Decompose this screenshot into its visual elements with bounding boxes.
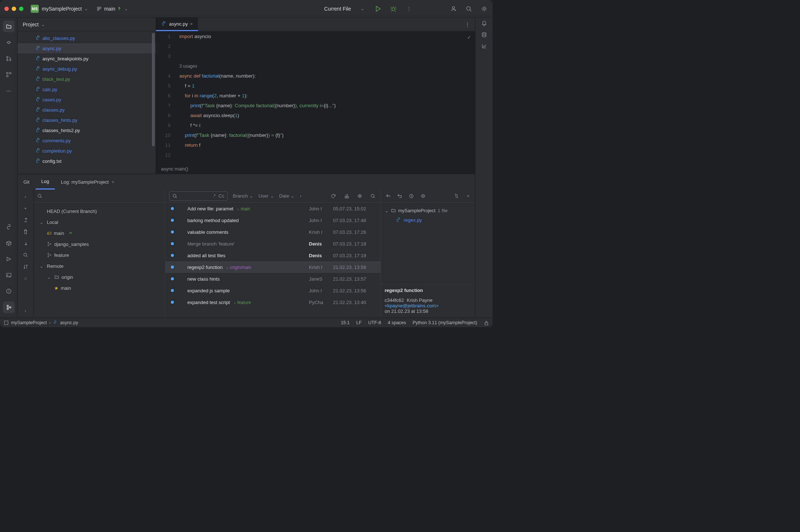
revert-icon[interactable] xyxy=(396,192,404,200)
pull-requests-button[interactable] xyxy=(3,53,15,64)
debug-button[interactable] xyxy=(389,5,397,13)
git-tool-button[interactable] xyxy=(3,301,15,313)
case-toggle[interactable]: Cc xyxy=(218,193,224,199)
git-update-icon[interactable] xyxy=(22,216,30,224)
project-name[interactable]: mySampleProject xyxy=(42,6,82,12)
git-tab-log[interactable]: Log xyxy=(35,174,55,190)
editor-tab-async[interactable]: async.py × xyxy=(156,18,198,31)
python-interpreter[interactable]: Python 3.11 (mySampleProject) xyxy=(413,320,477,325)
run-config-selector[interactable]: Current File xyxy=(324,6,351,12)
project-view-chevron-icon[interactable]: ⌄ xyxy=(41,22,45,27)
git-tab-git[interactable]: Git xyxy=(18,174,35,190)
python-packages-button[interactable] xyxy=(3,237,15,249)
tree-item[interactable]: async.py xyxy=(18,43,156,53)
remote-origin[interactable]: ⌄ origin xyxy=(34,271,165,282)
services-tool-button[interactable] xyxy=(3,253,15,265)
caret-position[interactable]: 15:1 xyxy=(341,320,349,325)
commit-row[interactable]: barking method updated John I 07.03.23, … xyxy=(165,214,381,226)
statusbar-project[interactable]: mySampleProject xyxy=(11,320,47,325)
preview-diff-icon[interactable] xyxy=(419,192,427,200)
cherry-pick-icon[interactable] xyxy=(343,192,351,200)
branch-main[interactable]: 🏷main xyxy=(34,228,165,239)
file-encoding[interactable]: UTF-8 xyxy=(368,320,381,325)
close-log-tab-icon[interactable]: × xyxy=(112,179,115,185)
problems-tool-button[interactable] xyxy=(3,285,15,297)
project-tool-button[interactable] xyxy=(3,20,15,32)
commit-row[interactable]: expanded test script ⬦ feature PyCha 21.… xyxy=(165,296,381,308)
tree-item[interactable]: async_debug.py xyxy=(18,64,156,74)
tree-item[interactable]: cases.py xyxy=(18,94,156,105)
indent-settings[interactable]: 4 spaces xyxy=(388,320,406,325)
code-with-me-icon[interactable] xyxy=(449,5,457,13)
commit-row[interactable]: Add new file: paramet ⬦ main John I 05.0… xyxy=(165,203,381,214)
editor-tabs-more-icon[interactable]: ⋮ xyxy=(460,18,475,31)
branch-filter[interactable]: Branch ⌄ xyxy=(233,193,253,199)
go-to-source-icon[interactable] xyxy=(384,192,392,200)
inspection-ok-icon[interactable]: ✓ xyxy=(467,34,471,40)
tree-item[interactable]: calc.py xyxy=(18,84,156,94)
commit-tool-button[interactable] xyxy=(3,37,15,48)
log-search-input[interactable]: .* Cc xyxy=(169,191,228,201)
search-everywhere-icon[interactable] xyxy=(465,5,473,13)
git-tab-log-project[interactable]: Log: mySampleProject × xyxy=(55,174,120,190)
commit-email[interactable]: <kpayne@jetbrains.com> xyxy=(385,303,439,308)
detail-folder-row[interactable]: ⌄ mySampleProject 1 file xyxy=(385,206,471,215)
commit-row[interactable]: new class hints JaneS 21.02.23, 13:57 xyxy=(165,273,381,285)
branch-feature[interactable]: feature xyxy=(34,250,165,261)
line-gutter[interactable]: 123456789101112 xyxy=(156,31,173,160)
commit-row[interactable]: regexp2 function ⬦ origin/main Krish I 2… xyxy=(165,261,381,273)
terminal-tool-button[interactable] xyxy=(3,269,15,281)
local-branches-group[interactable]: ⌄Local xyxy=(34,217,165,228)
tree-item[interactable]: async_breakpoints.py xyxy=(18,53,156,64)
tree-item[interactable]: comments.py xyxy=(18,135,156,146)
expand-all-icon[interactable]: ⇅ xyxy=(452,192,460,200)
run-button[interactable] xyxy=(374,5,382,13)
tree-item[interactable]: classes.py xyxy=(18,105,156,115)
usages-hint[interactable]: 3 usages xyxy=(179,64,197,69)
view-options-icon[interactable] xyxy=(356,192,364,200)
project-chevron-icon[interactable]: ⌄ xyxy=(84,6,88,11)
tree-item[interactable]: config.txt xyxy=(18,156,156,166)
git-favorite-icon[interactable]: ☆ xyxy=(22,274,30,282)
commit-row[interactable]: valuable comments Krish I 07.03.23, 17:2… xyxy=(165,226,381,238)
close-detail-icon[interactable]: × xyxy=(464,192,472,200)
python-console-button[interactable] xyxy=(3,221,15,233)
editor-breadcrumb[interactable]: async main() xyxy=(156,164,475,174)
tree-item[interactable]: black_test.py xyxy=(18,74,156,84)
tree-item[interactable]: classes_hints2.py xyxy=(18,125,156,135)
git-fetch-icon[interactable] xyxy=(22,239,30,247)
notifications-button[interactable] xyxy=(481,20,487,27)
editor-body[interactable]: 123456789101112 import asyncio 3 usages … xyxy=(156,31,475,164)
user-filter[interactable]: User ⌄ xyxy=(258,193,274,199)
project-tree[interactable]: abc_classes.pyasync.pyasync_breakpoints.… xyxy=(18,31,156,174)
branch-search-icon[interactable] xyxy=(37,194,42,199)
more-tools-icon[interactable]: ⋯ xyxy=(3,85,15,97)
settings-icon[interactable] xyxy=(480,5,488,13)
commit-log-list[interactable]: Add new file: paramet ⬦ main John I 05.0… xyxy=(165,203,381,318)
head-branch-item[interactable]: HEAD (Current Branch) xyxy=(34,206,165,217)
window-maximize[interactable] xyxy=(19,7,23,11)
detail-file-row[interactable]: regex.py xyxy=(385,215,471,225)
branch-django-samples[interactable]: django_samples xyxy=(34,239,165,250)
window-minimize[interactable] xyxy=(12,7,16,11)
branch-name[interactable]: main xyxy=(104,6,115,12)
date-filter[interactable]: Date ⌄ xyxy=(279,193,295,199)
git-find-icon[interactable] xyxy=(22,251,30,259)
more-actions-icon[interactable]: ⋮ xyxy=(405,5,413,13)
remote-main-branch[interactable]: ★main xyxy=(34,282,165,293)
commit-row[interactable]: expanded js sample John I 21.02.23, 13:5… xyxy=(165,285,381,296)
statusbar-file[interactable]: async.py xyxy=(60,320,78,325)
tree-item[interactable]: classes_hints.py xyxy=(18,115,156,125)
log-find-icon[interactable] xyxy=(369,192,377,200)
lock-icon[interactable] xyxy=(484,320,489,325)
line-separator[interactable]: LF xyxy=(356,320,362,325)
structure-tool-button[interactable] xyxy=(3,69,15,80)
refresh-log-icon[interactable] xyxy=(329,192,337,200)
project-scrollbar[interactable] xyxy=(152,33,155,146)
run-config-chevron-icon[interactable]: ⌄ xyxy=(360,6,365,11)
git-add-icon[interactable]: + xyxy=(22,204,30,212)
tree-item[interactable]: abc_classes.py xyxy=(18,33,156,43)
branch-chevron-icon[interactable]: ⌄ xyxy=(124,6,128,11)
regex-toggle[interactable]: .* xyxy=(212,193,216,199)
remote-branches-group[interactable]: ⌄Remote xyxy=(34,261,165,271)
